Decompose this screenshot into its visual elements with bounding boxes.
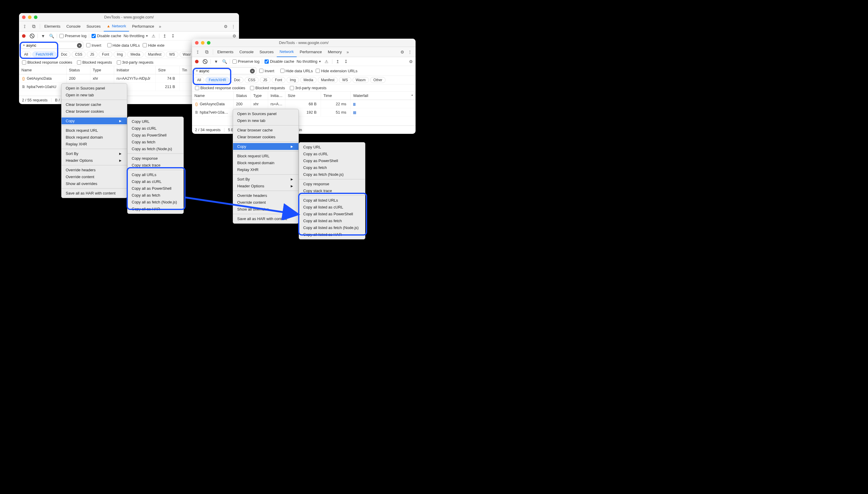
gear-icon[interactable]: ⚙ (408, 59, 414, 64)
mi-copy-stack[interactable]: Copy stack trace (127, 162, 183, 169)
chip-css[interactable]: CSS (245, 77, 259, 83)
mi-copy-stack[interactable]: Copy stack trace (299, 187, 365, 194)
mi-save-har[interactable]: Save all as HAR with content (61, 190, 127, 196)
mi-copy-fetch[interactable]: Copy as fetch (299, 164, 365, 171)
mi-copy-all-curl[interactable]: Copy all as cURL (127, 178, 183, 185)
table-row[interactable]: 🗎hpba?vet=10a…192 B51 ms (192, 108, 416, 117)
search-icon[interactable]: 🔍 (48, 33, 54, 39)
tab-performance[interactable]: Performance (297, 47, 324, 57)
blocked-resp-checkbox[interactable]: Blocked response cookies (195, 86, 245, 90)
mi-show-overrides[interactable]: Show all overrides (61, 180, 127, 187)
col-status[interactable]: Status (66, 66, 91, 74)
mi-copy-all-listed-fetch[interactable]: Copy all listed as fetch (299, 217, 365, 224)
tab-memory[interactable]: Memory (325, 47, 345, 57)
chip-fetch-xhr[interactable]: Fetch/XHR (205, 77, 230, 83)
hide-data-urls-checkbox[interactable]: Hide data URLs (107, 43, 140, 48)
gear-icon[interactable]: ⚙ (231, 33, 237, 39)
wifi-icon[interactable]: ⚠︎ (324, 59, 330, 64)
mi-copy-curl[interactable]: Copy as cURL (299, 151, 365, 157)
mi-replay-xhr[interactable]: Replay XHR (233, 166, 298, 173)
col-type[interactable]: Type (251, 92, 268, 100)
download-icon[interactable]: ↧ (343, 59, 349, 64)
col-status[interactable]: Status (234, 92, 251, 100)
mi-open-sources[interactable]: Open in Sources panel (233, 110, 298, 117)
mi-copy-fetch-node[interactable]: Copy as fetch (Node.js) (299, 171, 365, 178)
blocked-resp-checkbox[interactable]: Blocked response cookies (22, 60, 72, 64)
preserve-log-checkbox[interactable]: Preserve log (233, 59, 259, 64)
filter-icon[interactable]: ▼ (40, 33, 46, 39)
col-size[interactable]: Size (285, 92, 321, 100)
chip-wasm[interactable]: Wasm (353, 77, 369, 83)
mi-override-headers[interactable]: Override headers (61, 167, 127, 173)
tab-elements[interactable]: Elements (214, 47, 236, 57)
mi-override-content[interactable]: Override content (61, 173, 127, 180)
col-name[interactable]: Name (192, 92, 234, 100)
mi-block-url[interactable]: Block request URL (233, 153, 298, 159)
mi-clear-cookies[interactable]: Clear browser cookies (233, 134, 298, 140)
mi-sort-by[interactable]: Sort By▶ (233, 176, 298, 183)
col-name[interactable]: Name (19, 66, 66, 74)
blocked-req-checkbox[interactable]: Blocked requests (250, 86, 285, 90)
tab-sources[interactable]: Sources (83, 21, 104, 32)
mi-header-options[interactable]: Header Options▶ (233, 183, 298, 189)
upload-icon[interactable]: ↥ (335, 59, 341, 64)
col-initiator[interactable]: Initiator (114, 66, 156, 74)
mi-open-sources[interactable]: Open in Sources panel (61, 85, 127, 92)
clear-filter-icon[interactable]: ✕ (250, 69, 255, 74)
chip-media[interactable]: Media (127, 52, 143, 57)
chip-css[interactable]: CSS (72, 52, 85, 57)
col-time[interactable]: Time (321, 92, 351, 100)
chip-js[interactable]: JS (260, 77, 271, 83)
chip-manifest[interactable]: Manifest (318, 77, 338, 83)
mi-clear-cache[interactable]: Clear browser cache (61, 101, 127, 108)
mi-copy-ps[interactable]: Copy as PowerShell (127, 132, 183, 138)
download-icon[interactable]: ↧ (170, 33, 176, 39)
tab-elements[interactable]: Elements (41, 21, 63, 32)
chip-other[interactable]: Other (370, 77, 386, 83)
chip-img[interactable]: Img (287, 77, 299, 83)
device-icon[interactable]: ⧉ (30, 23, 37, 30)
mi-block-url[interactable]: Block request URL (61, 127, 127, 134)
mi-copy-all-har[interactable]: Copy all as HAR (127, 206, 183, 212)
filter-input[interactable] (26, 43, 76, 48)
mi-copy-fetch-node[interactable]: Copy as fetch (Node.js) (127, 146, 183, 152)
mi-copy-all-listed-ps[interactable]: Copy all listed as PowerShell (299, 211, 365, 217)
chip-all[interactable]: All (21, 52, 31, 57)
kebab-icon[interactable]: ⋮ (406, 50, 414, 54)
mi-copy-all-listed-curl[interactable]: Copy all listed as cURL (299, 204, 365, 211)
mi-copy[interactable]: Copy▶ (233, 143, 298, 150)
chip-ws[interactable]: WS (166, 52, 178, 57)
search-icon[interactable]: 🔍 (221, 59, 228, 64)
mi-copy-all-listed-har[interactable]: Copy all listed as HAR (299, 231, 365, 238)
mi-clear-cookies[interactable]: Clear browser cookies (61, 108, 127, 115)
device-icon[interactable]: ⧉ (203, 48, 211, 56)
wifi-icon[interactable]: ⚠︎ (151, 33, 157, 39)
mi-copy-all-listed-fetch-node[interactable]: Copy all listed as fetch (Node.js) (299, 224, 365, 231)
mi-copy-url[interactable]: Copy URL (299, 144, 365, 151)
tab-performance[interactable]: Performance (129, 21, 157, 32)
mi-copy-all-listed-urls[interactable]: Copy all listed URLs (299, 197, 365, 204)
settings-icon[interactable]: ⚙ (399, 50, 406, 54)
mi-sort-by[interactable]: Sort By▶ (61, 150, 127, 157)
mi-copy-all-fetch[interactable]: Copy all as fetch (127, 192, 183, 199)
chip-font[interactable]: Font (99, 52, 112, 57)
mi-copy-all-ps[interactable]: Copy all as PowerShell (127, 185, 183, 192)
filter-icon[interactable]: ▼ (213, 59, 219, 64)
mi-copy-curl[interactable]: Copy as cURL (127, 125, 183, 132)
inspect-icon[interactable]: ⟟ (21, 23, 28, 30)
upload-icon[interactable]: ↥ (162, 33, 167, 39)
tab-sources[interactable]: Sources (257, 47, 277, 57)
throttling-dropdown[interactable]: No throttling▼ (124, 34, 148, 38)
invert-checkbox[interactable]: Invert (259, 69, 274, 73)
mi-replay-xhr[interactable]: Replay XHR (61, 141, 127, 148)
col-initiator[interactable]: Initia… (268, 92, 285, 100)
mi-clear-cache[interactable]: Clear browser cache (233, 127, 298, 134)
tab-console[interactable]: Console (236, 47, 257, 57)
hide-data-urls-checkbox[interactable]: Hide data URLs (280, 69, 313, 73)
mi-copy-response[interactable]: Copy response (127, 155, 183, 162)
mi-open-tab[interactable]: Open in new tab (61, 92, 127, 98)
mi-copy-url[interactable]: Copy URL (127, 118, 183, 125)
chip-media[interactable]: Media (300, 77, 317, 83)
mi-copy-response[interactable]: Copy response (299, 180, 365, 187)
chip-js[interactable]: JS (87, 52, 98, 57)
